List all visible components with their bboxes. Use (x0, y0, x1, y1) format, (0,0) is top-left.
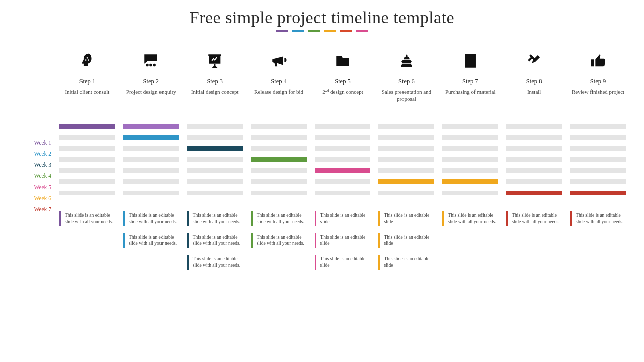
gantt-bar (315, 191, 371, 195)
gantt-bar (570, 191, 626, 195)
gantt-bar (251, 191, 307, 195)
gantt-bar (506, 168, 562, 173)
checklist-icon (462, 49, 479, 73)
gantt-bar (251, 135, 307, 140)
note: This slide is an editable slide with all… (187, 233, 243, 248)
step-column: Step 7Purchasing of materialThis slide i… (442, 49, 498, 270)
step-description: Install (526, 88, 542, 111)
step-notes: This slide is an editable slide with all… (123, 211, 179, 248)
step-notes: This slide is an editable slide with all… (251, 211, 307, 248)
step-notes: This slide is an editable slide with all… (570, 211, 626, 226)
divider-dash (276, 30, 288, 32)
gantt-bar (123, 191, 179, 195)
gantt-bar (378, 135, 434, 140)
note: This slide is an editable slide with all… (570, 211, 626, 226)
step-notes: This slide is an editable slide with all… (506, 211, 562, 226)
gantt-bar (570, 157, 626, 162)
step-title: Step 9 (590, 78, 606, 85)
gantt-column (315, 121, 371, 198)
week-label: Week 7 (18, 204, 59, 215)
gantt-bar (251, 146, 307, 151)
gantt-bar (506, 157, 562, 162)
step-description: Release design for bid (253, 88, 304, 111)
gantt-bar (187, 157, 243, 162)
gantt-bar (442, 146, 498, 151)
step-title: Step 3 (207, 78, 223, 85)
step-column: Step 9Review finished projectThis slide … (570, 49, 626, 270)
gantt-bar (506, 146, 562, 151)
gantt-bar (506, 191, 562, 195)
steps-grid: Step 1Initial client consultThis slide i… (59, 49, 626, 270)
gantt-column (187, 121, 243, 198)
gantt-bar (59, 135, 115, 140)
step-notes: This slide is an editable slide with all… (442, 211, 498, 226)
gantt-bar (315, 157, 371, 162)
week-label: Week 3 (18, 159, 59, 170)
gantt-bar (506, 179, 562, 184)
gantt-bar (123, 168, 179, 173)
step-title: Step 7 (462, 78, 478, 85)
step-description: Review finished project (571, 88, 625, 111)
note: This slide is an editable slide with all… (442, 211, 498, 226)
gantt-bar (187, 146, 243, 151)
gantt-bar (187, 124, 243, 129)
step-notes: This slide is an editable slide with all… (187, 211, 243, 270)
week-label: Week 2 (18, 148, 59, 159)
week-label: Week 5 (18, 182, 59, 193)
note: This slide is an editable slide (378, 255, 434, 270)
note: This slide is an editable slide (315, 255, 371, 270)
gantt-bar (442, 135, 498, 140)
step-column: Step 2Project design enquiryThis slide i… (123, 49, 179, 270)
page-title: Free simple project timeline template (0, 8, 644, 27)
divider-dash (340, 30, 352, 32)
gantt-column (123, 121, 179, 198)
gantt-column (59, 121, 115, 198)
step-notes: This slide is an editable slide with all… (59, 211, 115, 226)
gantt-column (251, 121, 307, 198)
presentation-icon (206, 49, 223, 73)
gantt-bar (123, 135, 179, 140)
gantt-bar (123, 157, 179, 162)
gantt-bar (59, 191, 115, 195)
gantt-bar (315, 124, 371, 129)
gantt-column (506, 121, 562, 198)
gantt-bar (187, 135, 243, 140)
step-column: Step 8InstallThis slide is an editable s… (506, 49, 562, 270)
note: This slide is an editable slide with all… (123, 233, 179, 248)
gantt-bar (59, 179, 115, 184)
step-column: Step 52ⁿᵈ design conceptThis slide is an… (315, 49, 371, 270)
gantt-bar (570, 179, 626, 184)
step-column: Step 1Initial client consultThis slide i… (59, 49, 115, 270)
megaphone-icon (270, 49, 287, 73)
gantt-bar (442, 168, 498, 173)
note: This slide is an editable slide with all… (251, 211, 307, 226)
step-title: Step 2 (143, 78, 159, 85)
gantt-bar (59, 157, 115, 162)
note: This slide is an editable slide with all… (187, 211, 243, 226)
step-title: Step 8 (526, 78, 542, 85)
gantt-bar (59, 124, 115, 129)
gantt-bar (570, 135, 626, 140)
thumbs-up-icon (590, 49, 607, 73)
step-notes: This slide is an editable slideThis slid… (378, 211, 434, 270)
note: This slide is an editable slide with all… (506, 211, 562, 226)
gantt-bar (251, 157, 307, 162)
gantt-bar (187, 191, 243, 195)
tools-icon (526, 49, 543, 73)
note: This slide is an editable slide with all… (251, 233, 307, 248)
step-column: Step 3Initial design conceptThis slide i… (187, 49, 243, 270)
gantt-bar (123, 124, 179, 129)
gantt-bar (187, 168, 243, 173)
step-title: Step 5 (335, 78, 351, 85)
step-description: Project design enquiry (125, 88, 177, 111)
gantt-bar (570, 146, 626, 151)
note: This slide is an editable slide (315, 211, 371, 226)
gantt-column (570, 121, 626, 198)
divider-dash (308, 30, 320, 32)
gantt-bar (506, 135, 562, 140)
engineer-icon (398, 49, 415, 73)
gantt-bar (315, 135, 371, 140)
gantt-bar (378, 146, 434, 151)
step-title: Step 4 (271, 78, 287, 85)
gantt-bar (378, 157, 434, 162)
